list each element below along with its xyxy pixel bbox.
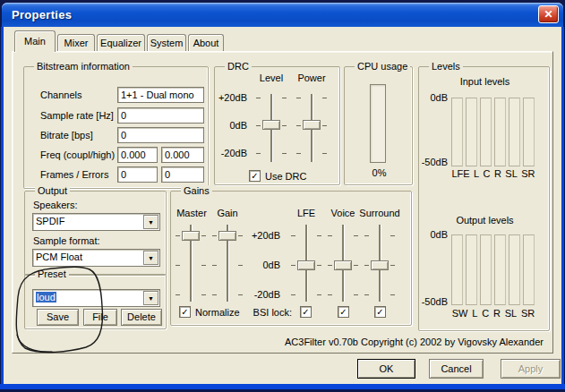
preset-combobox[interactable]: loud ▼	[32, 289, 160, 307]
output-levels-0db-label: 0dB	[421, 229, 448, 240]
drc-power-slider-thumb[interactable]	[303, 120, 321, 130]
output-channel-labels: SWLCRSLSR	[448, 308, 539, 319]
apply-button: Apply	[501, 359, 561, 379]
meter-bar	[480, 98, 492, 166]
freq-coupl-value: 0.000	[117, 147, 158, 163]
drc-group: DRC Level Power +20dB 0dB -20dB ✓ Use DR…	[214, 66, 340, 185]
speakers-label: Speakers:	[33, 200, 78, 210]
bitrate-label: Bitrate [bps]	[40, 130, 93, 141]
drc-power-slider[interactable]	[303, 94, 321, 162]
output-group: Output Speakers: SPDIF ▼ Sample format: …	[24, 191, 167, 276]
drc-level-column-label: Level	[253, 72, 289, 83]
meter-bar	[494, 98, 506, 166]
input-levels-0db-label: 0dB	[421, 92, 448, 103]
window-border-left	[0, 27, 4, 384]
use-drc-checkbox[interactable]: ✓	[249, 170, 261, 182]
preset-save-button[interactable]: Save	[37, 309, 79, 326]
meter-bar	[509, 98, 520, 166]
use-drc-label: Use DRC	[265, 171, 306, 182]
bitstream-group-title: Bitstream information	[34, 61, 133, 72]
gains-group: Gains Master Gain LFE Voice Surround +20…	[170, 191, 412, 326]
close-button[interactable]: ✕	[538, 5, 559, 23]
levels-group: Levels Input levels 0dB -50dB LFELCRSLSR…	[418, 66, 550, 331]
preset-file-button[interactable]: File	[83, 309, 117, 326]
meter-bar	[523, 98, 535, 166]
chevron-down-icon[interactable]: ▼	[143, 215, 158, 229]
drc-level-slider[interactable]	[262, 94, 280, 162]
preset-group-title: Preset	[35, 268, 69, 279]
window-border-right	[561, 27, 565, 384]
bitrate-value: 0	[117, 127, 204, 143]
close-icon: ✕	[544, 8, 552, 21]
check-icon: ✓	[181, 307, 188, 317]
lfe-gain-slider[interactable]	[297, 225, 315, 302]
window-border-bottom	[0, 384, 565, 392]
tab-equalizer[interactable]: Equalizer	[97, 34, 145, 51]
speakers-select[interactable]: SPDIF ▼	[32, 213, 160, 231]
master-gain-slider-thumb[interactable]	[182, 231, 200, 241]
surround-gain-slider[interactable]	[371, 225, 389, 302]
drc-level-slider-thumb[interactable]	[262, 120, 280, 130]
normalize-label: Normalize	[195, 307, 240, 318]
gain-slider-thumb[interactable]	[218, 231, 236, 241]
gain-slider[interactable]	[218, 225, 236, 302]
copyright-text: AC3Filter v0.70b Copyright (c) 2002 by V…	[269, 337, 544, 347]
tab-mixer[interactable]: Mixer	[57, 34, 95, 51]
tab-system[interactable]: System	[147, 34, 186, 51]
preset-delete-button[interactable]: Delete	[121, 309, 162, 326]
gains-scale-minus20: -20dB	[250, 289, 280, 300]
surround-gain-slider-thumb[interactable]	[371, 260, 389, 270]
tab-about[interactable]: About	[188, 34, 224, 51]
meter-bar	[494, 234, 506, 305]
drc-scale-zero: 0dB	[217, 120, 247, 131]
properties-dialog: Properties ✕ Main Mixer Equalizer System…	[0, 0, 565, 392]
meter-bar	[466, 98, 477, 166]
bsi-lock-lfe-checkbox[interactable]: ✓	[300, 306, 312, 318]
meter-bar	[451, 98, 463, 166]
cpu-usage-group-title: CPU usage	[355, 61, 410, 72]
output-group-title: Output	[35, 185, 70, 196]
freq-high-value: 0.000	[161, 147, 204, 163]
output-levels-title: Output levels	[419, 215, 551, 226]
freq-label: Freq (coupl/high)	[40, 149, 115, 160]
speakers-value: SPDIF	[36, 216, 64, 226]
titlebar[interactable]: Properties	[2, 3, 563, 27]
check-icon: ✓	[339, 307, 347, 317]
voice-gain-slider-thumb[interactable]	[334, 260, 352, 270]
preset-value[interactable]: loud	[36, 292, 56, 303]
gains-scale-zero: 0dB	[250, 260, 280, 270]
voice-gain-slider[interactable]	[334, 225, 352, 302]
check-icon: ✓	[376, 307, 383, 317]
meter-bar	[523, 234, 535, 305]
drc-scale-plus20: +20dB	[217, 92, 247, 103]
ok-button[interactable]: OK	[357, 359, 415, 379]
active-tab-join	[16, 50, 54, 53]
tab-main[interactable]: Main	[14, 30, 56, 52]
levels-group-title: Levels	[429, 61, 463, 72]
input-levels-title: Input levels	[419, 76, 551, 87]
output-levels-50db-label: -50dB	[419, 296, 448, 307]
meter-bar	[480, 234, 492, 305]
chevron-down-icon[interactable]: ▼	[143, 251, 158, 265]
master-gain-slider[interactable]	[182, 225, 200, 302]
gain-slider-label: Gain	[201, 208, 254, 218]
lfe-gain-slider-thumb[interactable]	[297, 260, 315, 270]
drc-group-title: DRC	[225, 61, 252, 72]
sample-format-value: PCM Float	[36, 251, 82, 262]
cancel-button[interactable]: Cancel	[429, 359, 484, 379]
check-icon: ✓	[251, 171, 258, 181]
sample-format-select[interactable]: PCM Float ▼	[32, 249, 160, 267]
errors-value: 0	[161, 166, 204, 183]
channels-value: 1+1 - Dual mono	[117, 87, 204, 103]
input-level-meters	[451, 98, 535, 166]
meter-bar	[466, 234, 477, 305]
surround-slider-label: Surround	[353, 208, 407, 218]
sample-rate-label: Sample rate [Hz]	[40, 110, 114, 121]
bsi-lock-surround-checkbox[interactable]: ✓	[374, 306, 386, 318]
normalize-checkbox[interactable]: ✓	[179, 306, 191, 318]
cpu-usage-group: CPU usage 0%	[344, 66, 413, 185]
chevron-down-icon[interactable]: ▼	[143, 291, 158, 305]
drc-power-column-label: Power	[294, 72, 330, 83]
bsi-lock-voice-checkbox[interactable]: ✓	[338, 306, 349, 318]
output-level-meters	[451, 234, 535, 305]
